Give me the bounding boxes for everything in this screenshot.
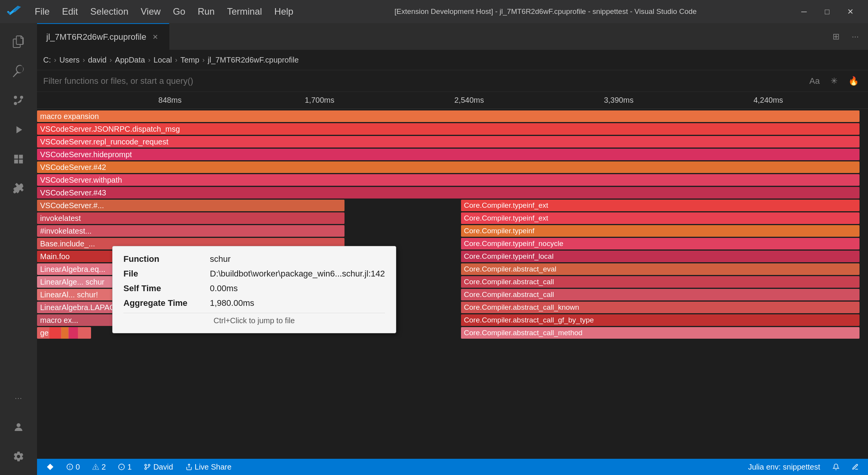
table-row: VSCodeServer.#... Core.Compiler.typeinf_…: [37, 200, 868, 212]
error-count: 0: [76, 463, 80, 472]
sidebar-item-settings[interactable]: [5, 443, 32, 470]
svg-point-0: [14, 102, 17, 105]
case-sensitive-icon[interactable]: Aa: [806, 75, 823, 88]
status-warnings[interactable]: 2: [89, 459, 109, 475]
menu-help[interactable]: Help: [269, 5, 299, 19]
menu-view[interactable]: View: [135, 5, 166, 19]
sidebar-item-search[interactable]: [5, 57, 32, 85]
julia-env-label: Julia env: snippettest: [748, 463, 820, 472]
flame-tooltip: Function schur File D:\buildbot\worker\p…: [112, 246, 396, 333]
tooltip-value-function: schur: [210, 254, 231, 264]
status-live-share[interactable]: Live Share: [182, 459, 235, 475]
breadcrumb: C: › Users › david › AppData › Local › T…: [37, 50, 868, 70]
breadcrumb-local[interactable]: Local: [154, 56, 172, 64]
regex-icon[interactable]: ✳: [827, 75, 841, 88]
flame-block-vsc-hash[interactable]: VSCodeServer.#...: [37, 200, 344, 211]
flame-block-typeinf-local[interactable]: Core.Compiler.typeinf_local: [461, 251, 860, 262]
flame-filter-icon[interactable]: 🔥: [845, 75, 862, 88]
breadcrumb-sep-1: ›: [83, 56, 85, 64]
sidebar-item-data[interactable]: [5, 145, 32, 173]
flame-block-macro-expansion[interactable]: macro expansion: [37, 110, 860, 122]
close-button[interactable]: ✕: [839, 0, 862, 23]
filter-input[interactable]: [43, 76, 806, 86]
svg-rect-5: [14, 159, 18, 163]
sidebar-item-explorer[interactable]: [5, 28, 32, 56]
flame-block-abstract-call-gf[interactable]: Core.Compiler.abstract_call_gf_by_type: [461, 314, 860, 326]
breadcrumb-appdata[interactable]: AppData: [115, 56, 145, 64]
active-tab[interactable]: jl_7MT6R2d6wF.cpuprofile ✕: [37, 23, 169, 50]
main-layout: ··· jl_7MT6R2d6wF.cpuprofile ✕ ⊞ ··· C: …: [0, 23, 868, 475]
ruler-label-2: 2,540ms: [454, 96, 484, 105]
timeline-ruler: 848ms 1,700ms 2,540ms 3,390ms 4,240ms: [37, 92, 868, 109]
menu-edit[interactable]: Edit: [57, 5, 83, 19]
sidebar-item-run[interactable]: [5, 116, 32, 144]
flame-block-typeinf-nocycle[interactable]: Core.Compiler.typeinf_nocycle: [461, 238, 860, 249]
flame-area[interactable]: macro expansion VSCodeServer.JSONRPC.dis…: [37, 109, 868, 459]
breadcrumb-david[interactable]: david: [88, 56, 106, 64]
svg-rect-6: [19, 159, 23, 163]
breadcrumb-users[interactable]: Users: [59, 56, 79, 64]
menu-selection[interactable]: Selection: [85, 5, 134, 19]
ruler-label-0: 848ms: [159, 96, 182, 105]
flame-block-typeinf-ext-2[interactable]: Core.Compiler.typeinf_ext: [461, 212, 860, 224]
flame-block-43[interactable]: VSCodeServer.#43: [37, 187, 860, 198]
status-git-branch[interactable]: David: [141, 459, 176, 475]
flame-block-abstract-eval[interactable]: Core.Compiler.abstract_eval: [461, 263, 860, 275]
status-notification-bell[interactable]: [829, 459, 843, 475]
tab-actions: ⊞ ···: [829, 23, 868, 50]
breadcrumb-sep-2: ›: [110, 56, 112, 64]
sidebar-item-account[interactable]: [5, 413, 32, 441]
activity-bar: ···: [0, 23, 37, 475]
svg-point-16: [145, 468, 147, 470]
flame-block-abstract-call-method[interactable]: Core.Compiler.abstract_call_method: [461, 327, 860, 339]
breadcrumb-temp[interactable]: Temp: [181, 56, 199, 64]
status-errors[interactable]: 0: [63, 459, 83, 475]
menu-bar: File Edit Selection View Go Run Terminal…: [29, 5, 299, 19]
tooltip-label-self-time: Self Time: [123, 283, 201, 293]
tooltip-hint: Ctrl+Click to jump to file: [123, 313, 385, 325]
flame-block-jsonrpc[interactable]: VSCodeServer.JSONRPC.dispatch_msg: [37, 123, 860, 135]
flame-block-invokelatest[interactable]: invokelatest: [37, 212, 344, 224]
more-actions-button[interactable]: ···: [849, 30, 862, 43]
flame-block-ge[interactable]: ge...: [37, 327, 91, 339]
svg-point-7: [17, 423, 20, 427]
menu-go[interactable]: Go: [167, 5, 191, 19]
flame-block-42[interactable]: VSCodeServer.#42: [37, 161, 860, 173]
flame-block-abstract-call-known[interactable]: Core.Compiler.abstract_call_known: [461, 302, 860, 313]
flame-block-withpath[interactable]: VSCodeServer.withpath: [37, 174, 860, 186]
status-extension-host[interactable]: [43, 459, 57, 475]
menu-run[interactable]: Run: [192, 5, 220, 19]
ruler-label-1: 1,700ms: [305, 96, 334, 105]
flame-block-hideprompt[interactable]: VSCodeServer.hideprompt: [37, 149, 860, 160]
breadcrumb-c[interactable]: C:: [43, 56, 51, 64]
breadcrumb-sep-4: ›: [175, 56, 177, 64]
tooltip-row-aggregate: Aggregate Time 1,980.00ms: [123, 298, 385, 308]
table-row: #invokelatest... Core.Compiler.typeinf: [37, 225, 868, 238]
tooltip-row-self-time: Self Time 0.00ms: [123, 283, 385, 293]
sidebar-item-source-control[interactable]: [5, 87, 32, 114]
sidebar-item-more[interactable]: ···: [5, 384, 32, 412]
flame-block-abstract-call-1[interactable]: Core.Compiler.abstract_call: [461, 276, 860, 288]
status-broadcast[interactable]: [849, 459, 862, 475]
info-count: 1: [127, 463, 132, 472]
svg-rect-4: [19, 155, 23, 159]
maximize-button[interactable]: □: [816, 0, 839, 23]
minimize-button[interactable]: ─: [792, 0, 816, 23]
table-row: invokelatest Core.Compiler.typeinf_ext: [37, 212, 868, 225]
menu-file[interactable]: File: [29, 5, 55, 19]
menu-terminal[interactable]: Terminal: [221, 5, 267, 19]
flame-block-abstract-call-2[interactable]: Core.Compiler.abstract_call: [461, 289, 860, 300]
status-julia-env[interactable]: Julia env: snippettest: [745, 459, 823, 475]
tab-filename: jl_7MT6R2d6wF.cpuprofile: [46, 32, 146, 42]
tab-close-button[interactable]: ✕: [151, 32, 160, 42]
flame-block-invokelatest2[interactable]: #invokelatest...: [37, 225, 344, 237]
tooltip-label-function: Function: [123, 254, 201, 264]
breadcrumb-sep-5: ›: [203, 56, 205, 64]
flame-block-repl[interactable]: VSCodeServer.repl_runcode_request: [37, 136, 860, 148]
flame-block-typeinf-ext-1[interactable]: Core.Compiler.typeinf_ext: [461, 200, 860, 211]
sidebar-item-extensions[interactable]: [5, 175, 32, 202]
flame-block-typeinf[interactable]: Core.Compiler.typeinf: [461, 225, 860, 237]
split-editor-button[interactable]: ⊞: [829, 30, 843, 43]
table-row: VSCodeServer.JSONRPC.dispatch_msg: [37, 123, 868, 136]
status-info[interactable]: 1: [115, 459, 135, 475]
